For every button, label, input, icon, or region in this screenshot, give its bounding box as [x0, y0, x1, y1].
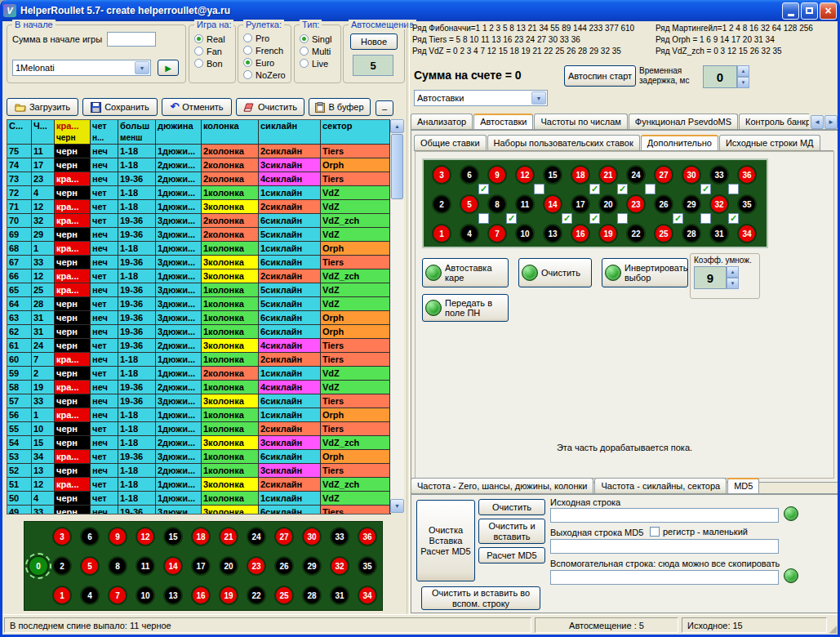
roulette-number[interactable]: 17 — [191, 556, 211, 576]
roulette-number[interactable]: 34 — [737, 224, 757, 243]
radio-option-euro[interactable]: Euro — [238, 56, 291, 69]
roulette-number[interactable]: 20 — [219, 556, 238, 576]
corner-bet-checkbox[interactable]: ✓ — [617, 184, 628, 194]
roulette-number[interactable]: 35 — [737, 194, 757, 214]
roulette-number[interactable]: 36 — [737, 165, 757, 185]
corner-bet-checkbox[interactable]: ✓ — [673, 213, 683, 224]
roulette-number[interactable]: 4 — [460, 224, 479, 243]
roulette-number[interactable]: 29 — [302, 556, 322, 576]
roulette-number[interactable]: 33 — [330, 527, 349, 546]
send-to-pn-button[interactable]: Передать в поле ПН — [422, 294, 509, 322]
roulette-number[interactable]: 7 — [487, 224, 507, 243]
roulette-number[interactable]: 14 — [543, 194, 562, 214]
resize-grip[interactable]: ◢ — [829, 623, 837, 635]
load-button[interactable]: Загрузить — [7, 98, 78, 116]
roulette-number[interactable]: 26 — [274, 556, 294, 576]
preset-combo[interactable]: 1Melonati ▼ — [12, 60, 151, 76]
roulette-number[interactable]: 31 — [330, 586, 349, 605]
roulette-number[interactable]: 18 — [571, 165, 590, 185]
roulette-number[interactable]: 35 — [358, 556, 377, 576]
md5-clear-button[interactable]: Очистить — [478, 499, 545, 515]
roulette-number[interactable]: 36 — [358, 527, 377, 546]
sub-tab-0[interactable]: Общие ставки — [414, 135, 487, 150]
main-tab-4[interactable]: Контроль банкрол — [739, 114, 809, 129]
roulette-number[interactable]: 28 — [682, 224, 701, 243]
auto-corner-bet-button[interactable]: Автоставка каре — [422, 258, 509, 287]
spin-up-button[interactable]: ▲ — [737, 65, 749, 77]
roulette-number[interactable]: 14 — [163, 556, 183, 576]
roulette-number[interactable]: 10 — [136, 586, 155, 605]
roulette-number[interactable]: 8 — [108, 556, 127, 576]
main-tab-2[interactable]: Частоты по числам — [534, 114, 627, 129]
save-button[interactable]: Сохранить — [82, 98, 158, 116]
radio-option-singl[interactable]: Singl — [295, 33, 340, 45]
md5-case-option[interactable]: регистр - маленький — [650, 527, 748, 537]
roulette-number[interactable]: 28 — [302, 586, 322, 605]
md5-calc-button[interactable]: Расчет MD5 — [478, 547, 545, 564]
roulette-number[interactable]: 13 — [543, 224, 562, 243]
radio-option-multi[interactable]: Multi — [295, 45, 340, 57]
autospin-button[interactable]: Автоспин старт — [564, 65, 636, 87]
corner-bet-checkbox[interactable]: ✓ — [589, 184, 600, 194]
roulette-number[interactable]: 21 — [598, 165, 618, 185]
roulette-number[interactable]: 5 — [80, 556, 100, 576]
roulette-number[interactable]: 7 — [108, 586, 127, 605]
corner-bet-checkbox[interactable]: ✓ — [728, 213, 739, 224]
corner-bet-checkbox[interactable] — [728, 184, 739, 194]
history-scrollbar[interactable]: ▲ ▼ — [390, 119, 404, 513]
roulette-number[interactable]: 29 — [682, 194, 701, 214]
roulette-number[interactable]: 3 — [52, 527, 72, 546]
md5-big-button[interactable]: Очистка Вставка Расчет MD5 — [416, 500, 475, 581]
roulette-number[interactable]: 8 — [487, 194, 507, 214]
roulette-number[interactable]: 34 — [358, 586, 377, 605]
chevron-down-icon[interactable]: ▼ — [135, 61, 149, 74]
roulette-number[interactable]: 15 — [543, 165, 562, 185]
corner-bet-checkbox[interactable]: ✓ — [478, 184, 489, 194]
roulette-number[interactable]: 11 — [136, 556, 155, 576]
roulette-number[interactable]: 4 — [80, 586, 100, 605]
bottom-tab-1[interactable]: Частота - сиклайны, сектора — [594, 478, 727, 493]
title-bar[interactable]: V HelperRoullet 5.7- create helperroulle… — [0, 0, 840, 21]
sub-tab-3[interactable]: Исходные строки МД — [719, 135, 820, 150]
spin-up-button[interactable]: ▲ — [727, 266, 739, 278]
spin-down-button[interactable]: ▼ — [727, 278, 739, 289]
md5-clear-paste-button[interactable]: Очистить и вставить — [478, 519, 545, 544]
corner-bet-checkbox[interactable] — [478, 213, 489, 224]
roulette-number[interactable]: 23 — [247, 556, 266, 576]
corner-bet-checkbox[interactable] — [617, 213, 628, 224]
corner-bet-checkbox[interactable] — [700, 213, 711, 224]
tabs-scroll-left-button[interactable]: ◄ — [811, 115, 824, 129]
roulette-number[interactable]: 19 — [219, 586, 238, 605]
undo-button[interactable]: ↶ Отменить — [162, 98, 232, 116]
roulette-number[interactable]: 32 — [709, 194, 729, 214]
roulette-number[interactable]: 9 — [487, 165, 507, 185]
radio-option-nozero[interactable]: NoZero — [238, 69, 291, 81]
roulette-number[interactable]: 0 — [28, 555, 49, 577]
scroll-down-button[interactable]: ▼ — [390, 499, 404, 513]
roulette-number[interactable]: 25 — [654, 224, 673, 243]
roulette-number[interactable]: 22 — [247, 586, 266, 605]
close-button[interactable]: × — [820, 2, 837, 20]
bottom-tab-0[interactable]: Частота - Zero, шансы, дюжины, колонки — [411, 478, 593, 493]
collapse-button[interactable]: – — [376, 100, 393, 116]
scroll-thumb[interactable] — [391, 134, 403, 199]
roulette-number[interactable]: 12 — [515, 165, 535, 185]
minimize-button[interactable] — [782, 2, 799, 20]
roulette-number[interactable]: 15 — [163, 527, 183, 546]
splitter[interactable] — [407, 21, 410, 614]
spin-down-button[interactable]: ▼ — [737, 77, 749, 88]
roulette-number[interactable]: 9 — [108, 527, 127, 546]
roulette-number[interactable]: 33 — [709, 165, 729, 185]
corner-bet-checkbox[interactable]: ✓ — [589, 213, 600, 224]
corner-bet-checkbox[interactable] — [645, 184, 656, 194]
radio-option-bon[interactable]: Bon — [189, 57, 235, 69]
corner-bet-checkbox[interactable]: ✓ — [506, 213, 517, 224]
roulette-number[interactable]: 17 — [571, 194, 590, 214]
radio-option-live[interactable]: Live — [295, 57, 340, 69]
sub-tab-1[interactable]: Наборы пользовательских ставок — [487, 135, 640, 150]
main-tab-1[interactable]: Автоставки — [473, 114, 533, 129]
roulette-number[interactable]: 1 — [52, 586, 72, 605]
chevron-down-icon[interactable]: ▼ — [531, 91, 546, 105]
roulette-number[interactable]: 27 — [654, 165, 673, 185]
radio-option-french[interactable]: French — [238, 44, 291, 56]
